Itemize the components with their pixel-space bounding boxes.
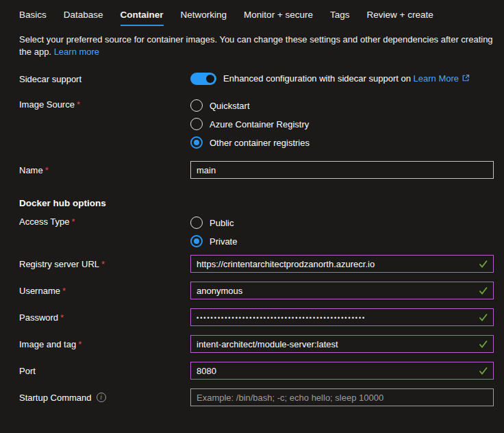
image-source-row: Image Source* Quickstart Azure Container… [19, 99, 494, 149]
required-asterisk: * [60, 312, 64, 323]
toggle-knob-icon [206, 75, 214, 83]
startup-command-row: Startup Command i [19, 388, 494, 406]
startup-command-input[interactable] [190, 388, 494, 406]
tab-monitor-secure[interactable]: Monitor + secure [244, 10, 313, 25]
radio-azure-container-registry[interactable]: Azure Container Registry [190, 118, 494, 130]
radio-selected-icon[interactable] [190, 235, 203, 247]
username-label: Username* [19, 286, 190, 296]
image-and-tag-row: Image and tag* [19, 335, 494, 353]
port-input[interactable] [190, 362, 494, 380]
radio-private[interactable]: Private [190, 235, 494, 247]
container-tab-page: Basics Database Container Networking Mon… [0, 0, 504, 406]
access-type-label: Access Type* [19, 216, 190, 227]
registry-server-url-row: Registry server URL* [19, 255, 494, 273]
sidecar-support-row: Sidecar support Enhanced configuration w… [19, 73, 494, 85]
sidecar-toggle[interactable] [190, 73, 216, 85]
image-source-radio-group: Quickstart Azure Container Registry Othe… [190, 99, 494, 149]
username-row: Username* [19, 282, 494, 299]
radio-icon[interactable] [190, 216, 203, 229]
tab-database[interactable]: Database [64, 10, 103, 25]
radio-other-container-registries[interactable]: Other container registries [190, 136, 494, 149]
tab-review-create[interactable]: Review + create [367, 10, 433, 25]
name-row: Name* [19, 161, 494, 179]
sidecar-learn-more-link[interactable]: Learn More [414, 73, 459, 84]
port-row: Port [19, 362, 494, 380]
valid-check-icon [479, 260, 488, 268]
required-asterisk: * [77, 99, 80, 110]
sidecar-description: Enhanced configuration with sidecar supp… [223, 73, 470, 84]
radio-icon[interactable] [190, 99, 203, 112]
tab-tags[interactable]: Tags [330, 10, 350, 25]
required-asterisk: * [62, 286, 66, 296]
name-label: Name* [19, 165, 190, 175]
image-and-tag-label: Image and tag* [19, 339, 190, 349]
docker-hub-options-heading: Docker hub options [19, 198, 494, 208]
tab-basics[interactable]: Basics [19, 10, 47, 25]
valid-check-icon [479, 313, 488, 321]
image-source-label: Image Source* [19, 99, 190, 110]
password-row: Password* [19, 308, 494, 326]
radio-selected-icon[interactable] [190, 136, 203, 149]
access-type-radio-group: Public Private [190, 216, 494, 247]
required-asterisk: * [78, 339, 81, 349]
page-description: Select your preferred source for contain… [19, 34, 494, 58]
valid-check-icon [479, 367, 488, 375]
required-asterisk: * [101, 259, 105, 269]
external-link-icon [462, 74, 470, 84]
password-label: Password* [19, 312, 190, 323]
wizard-tab-strip: Basics Database Container Networking Mon… [19, 10, 494, 26]
tab-networking[interactable]: Networking [181, 10, 227, 25]
radio-quickstart[interactable]: Quickstart [190, 99, 494, 112]
access-type-row: Access Type* Public Private [19, 216, 494, 247]
required-asterisk: * [45, 165, 49, 175]
info-icon[interactable]: i [97, 393, 106, 402]
image-and-tag-input[interactable] [190, 335, 494, 353]
learn-more-link[interactable]: Learn more [54, 47, 99, 57]
tab-container[interactable]: Container [121, 10, 164, 26]
valid-check-icon [479, 286, 488, 295]
name-input[interactable] [190, 161, 494, 179]
registry-server-url-label: Registry server URL* [19, 259, 190, 269]
startup-command-label: Startup Command i [19, 393, 190, 403]
port-label: Port [19, 366, 190, 376]
username-input[interactable] [190, 282, 494, 299]
sidecar-support-label: Sidecar support [19, 74, 190, 84]
registry-server-url-input[interactable] [190, 255, 494, 273]
radio-public[interactable]: Public [190, 216, 494, 229]
valid-check-icon [479, 340, 488, 348]
radio-icon[interactable] [190, 118, 203, 130]
required-asterisk: * [71, 216, 75, 227]
password-input[interactable] [190, 308, 494, 326]
